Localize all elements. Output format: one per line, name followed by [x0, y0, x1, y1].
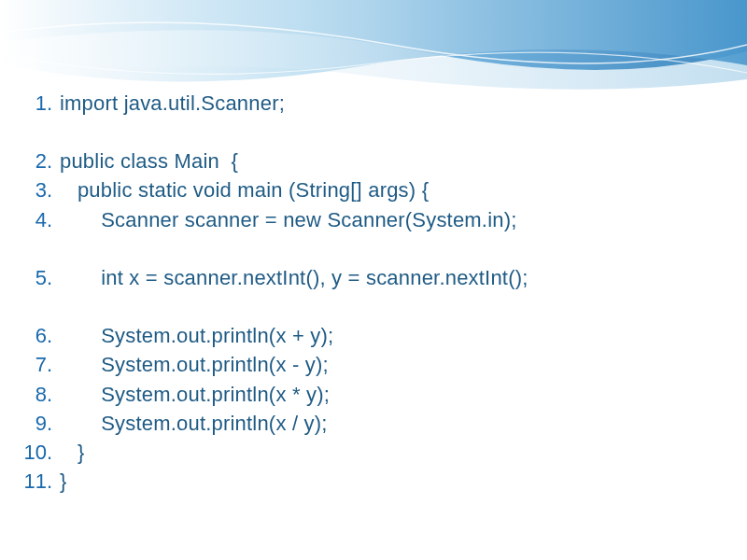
code-text: }: [60, 467, 67, 496]
line-number: 5.: [22, 263, 60, 292]
line-number: 10.: [22, 438, 60, 467]
code-line: 7. System.out.println(x - y);: [22, 350, 725, 379]
code-line: 1.import java.util.Scanner;: [22, 89, 725, 118]
line-number: 2.: [22, 147, 60, 175]
code-line: 2.public class Main {: [22, 147, 725, 175]
code-text: public class Main {: [60, 147, 238, 175]
code-line: [22, 118, 725, 147]
line-number: 9.: [22, 409, 60, 438]
line-number: 4.: [22, 205, 60, 234]
code-text: }: [60, 438, 85, 467]
code-line: 10. }: [22, 438, 725, 467]
code-line: 4. Scanner scanner = new Scanner(System.…: [22, 205, 725, 234]
code-block: 1.import java.util.Scanner;2.public clas…: [22, 89, 725, 497]
code-text: System.out.println(x + y);: [60, 321, 333, 350]
line-number: 1.: [22, 89, 60, 118]
code-line: 8. System.out.println(x * y);: [22, 380, 725, 409]
code-text: System.out.println(x - y);: [60, 350, 329, 379]
code-line: 5. int x = scanner.nextInt(), y = scanne…: [22, 263, 725, 292]
line-number: 6.: [22, 321, 60, 350]
code-line: [22, 292, 725, 321]
line-number: 7.: [22, 350, 60, 379]
code-text: import java.util.Scanner;: [60, 89, 285, 118]
code-text: public static void main (String[] args) …: [60, 175, 429, 204]
line-number: 8.: [22, 380, 60, 409]
code-text: System.out.println(x / y);: [60, 409, 328, 438]
code-line: 3. public static void main (String[] arg…: [22, 175, 725, 204]
code-line: 11.}: [22, 467, 725, 496]
code-text: Scanner scanner = new Scanner(System.in)…: [60, 205, 517, 234]
code-line: 9. System.out.println(x / y);: [22, 409, 725, 438]
line-number: 3.: [22, 175, 60, 204]
line-number: 11.: [22, 467, 60, 496]
code-text: System.out.println(x * y);: [60, 380, 330, 409]
code-text: int x = scanner.nextInt(), y = scanner.n…: [60, 263, 529, 292]
code-line: 6. System.out.println(x + y);: [22, 321, 725, 350]
wave-decoration: [0, 0, 747, 103]
code-line: [22, 234, 725, 263]
